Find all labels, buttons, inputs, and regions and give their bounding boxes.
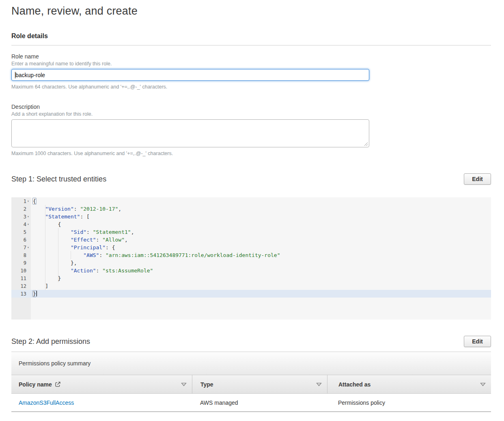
code-line: "Effect": "Allow", [31,236,491,244]
line-number: 10 [11,267,31,274]
code-line: "Version": "2012-10-17", [31,205,491,213]
role-name-input[interactable]: backup-role [11,69,369,81]
column-header-type[interactable]: Type [192,375,327,393]
indent-guide [71,251,71,259]
permissions-panel-header: Permissions policy summary [11,352,491,375]
description-label: Description [11,104,491,110]
permissions-table-header: Policy name Type Attached as [11,375,491,394]
code-line: { [31,197,491,205]
code-line: }, [31,259,491,267]
line-number: 3▾ [11,213,31,220]
line-number: 13 [11,290,31,298]
resize-handle-icon[interactable] [364,142,368,146]
policy-editor[interactable]: 1▾23▾4▾567▾8910111213 { "Version": "2012… [11,197,491,320]
line-number: 5 [11,228,31,236]
text-cursor [37,291,37,296]
editor-gutter: 1▾23▾4▾567▾8910111213 [11,197,31,320]
role-name-hint: Enter a meaningful name to identify this… [11,61,491,67]
line-number: 8 [11,251,31,259]
step1-heading: Step 1: Select trusted entities [11,175,106,184]
code-line: "Principal": { [31,244,491,251]
role-details-heading: Role details [11,32,491,40]
line-number: 9 [11,259,31,267]
section-divider [11,45,491,45]
description-constraint: Maximum 1000 characters. Use alphanumeri… [11,151,491,156]
step2-edit-button[interactable]: Edit [464,336,491,347]
line-number: 1▾ [11,197,31,205]
line-number: 11 [11,274,31,282]
role-name-label: Role name [11,53,491,60]
indent-guide [45,205,45,290]
main-content: Name, review, and create Role details Ro… [0,4,491,412]
editor-code: { "Version": "2012-10-17", "Statement": … [31,197,491,320]
fold-arrow-icon[interactable]: ▾ [26,246,31,249]
role-name-value: backup-role [15,72,45,78]
external-link-icon [55,381,61,387]
line-number: 6 [11,236,31,244]
line-number: 7▾ [11,244,31,251]
code-line: } [31,274,491,282]
description-textarea[interactable] [11,119,369,147]
fold-arrow-icon[interactable]: ▾ [26,222,31,226]
policy-name-cell: AmazonS3FullAccess [11,399,192,406]
line-number: 12 [11,282,31,290]
line-number: 2 [11,205,31,213]
attached-as-cell: Permissions policy [327,399,491,406]
column-header-policy-name[interactable]: Policy name [11,375,192,393]
step1-edit-button[interactable]: Edit [464,173,491,185]
code-line: "Statement": [ [31,213,491,220]
page-title: Name, review, and create [11,4,491,18]
sort-dropdown-icon[interactable] [480,382,486,386]
permissions-panel-title: Permissions policy summary [19,360,90,367]
fold-arrow-icon[interactable]: ▾ [26,199,31,203]
sort-dropdown-icon[interactable] [181,382,187,386]
code-line: "AWS": "arn:aws:iam::541263489771:role/w… [31,251,491,259]
indent-guide [58,228,58,282]
policy-type-cell: AWS managed [192,399,327,406]
step2-heading: Step 2: Add permissions [11,337,90,346]
code-line: "Action": "sts:AssumeRole" [31,267,491,274]
code-line: ] [31,282,491,290]
policy-name-link[interactable]: AmazonS3FullAccess [19,399,74,406]
column-header-attached-as[interactable]: Attached as [327,375,491,393]
sort-dropdown-icon[interactable] [316,382,322,386]
table-row: AmazonS3FullAccess AWS managed Permissio… [11,394,491,412]
code-line: { [31,220,491,228]
role-name-constraint: Maximum 64 characters. Use alphanumeric … [11,84,491,90]
description-hint: Add a short explanation for this role. [11,111,491,117]
line-number: 4▾ [11,220,31,228]
code-line: } [31,290,491,298]
fold-arrow-icon[interactable]: ▾ [26,215,31,218]
code-line: "Sid": "Statement1", [31,228,491,236]
